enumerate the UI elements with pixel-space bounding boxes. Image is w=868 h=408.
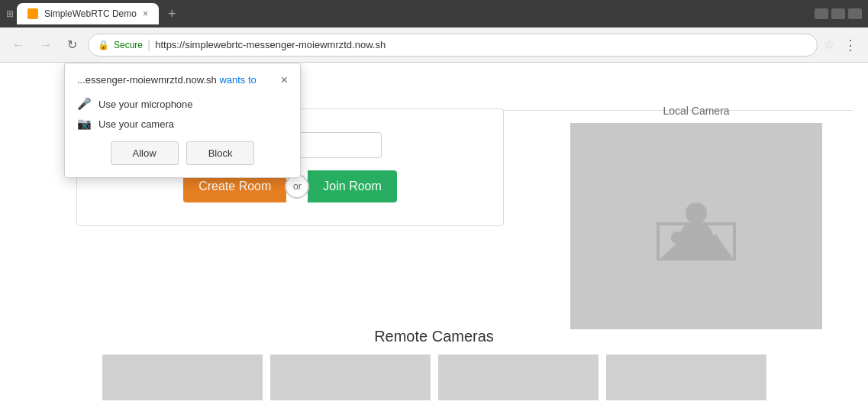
forward-button[interactable]: →: [35, 35, 56, 55]
remote-camera-1: [102, 355, 263, 400]
tab-favicon: [27, 8, 38, 19]
popup-close-button[interactable]: ×: [281, 74, 288, 86]
remote-camera-2: [270, 355, 431, 400]
svg-point-0: [686, 202, 707, 224]
maximize-button[interactable]: [831, 8, 845, 19]
remote-camera-4: [606, 355, 766, 400]
reload-button[interactable]: ↻: [63, 34, 82, 55]
remote-cameras-section: Remote Cameras: [0, 328, 868, 400]
block-button[interactable]: Block: [186, 141, 255, 165]
title-bar: ⊞ SimpleWebRTC Demo × +: [0, 0, 868, 28]
close-window-button[interactable]: [848, 8, 862, 19]
browser-tab[interactable]: SimpleWebRTC Demo ×: [17, 3, 159, 24]
local-camera-panel: Local Camera: [570, 105, 822, 329]
tab-label: SimpleWebRTC Demo: [44, 8, 137, 19]
window-controls: [815, 8, 862, 19]
lock-icon: 🔒: [98, 40, 109, 50]
browser-menu-button[interactable]: ⋮: [841, 37, 860, 53]
popup-buttons: Allow Block: [77, 141, 288, 165]
camera-permission-item: 📷 Use your camera: [77, 117, 288, 131]
address-separator: |: [147, 38, 150, 52]
microphone-permission-item: 🎤 Use your microphone: [77, 97, 288, 111]
microphone-label: Use your microphone: [98, 99, 193, 110]
video-camera-icon: 📷: [77, 117, 91, 131]
page-content: ger Create Room or Join Room Local Camer…: [0, 63, 868, 408]
join-room-button[interactable]: Join Room: [308, 170, 396, 202]
back-button[interactable]: ←: [8, 35, 29, 55]
camera-placeholder-icon: [650, 192, 742, 261]
permission-popup: ...essenger-moiewmrztd.now.sh wants to ×…: [64, 63, 301, 178]
title-bar-left: ⊞ SimpleWebRTC Demo × +: [6, 3, 182, 24]
remote-cameras-title: Remote Cameras: [0, 328, 868, 345]
microphone-icon: 🎤: [77, 97, 91, 111]
popup-wants-to: wants to: [217, 74, 257, 86]
bookmark-button[interactable]: ☆: [824, 37, 834, 52]
browser-frame: ⊞ SimpleWebRTC Demo × + ← → ↻ 🔒 Secure |…: [0, 0, 868, 408]
minimize-button[interactable]: [815, 8, 828, 19]
tab-close-icon[interactable]: ×: [143, 8, 148, 19]
popup-domain: ...essenger-moiewmrztd.now.sh: [77, 74, 217, 86]
local-camera-placeholder: [570, 123, 822, 329]
allow-button[interactable]: Allow: [111, 141, 179, 165]
remote-cameras-row: [0, 355, 868, 400]
popup-header: ...essenger-moiewmrztd.now.sh wants to ×: [77, 74, 288, 86]
browser-content: ger Create Room or Join Room Local Camer…: [0, 63, 868, 408]
secure-label: Secure: [114, 40, 143, 50]
new-tab-icon[interactable]: +: [162, 6, 182, 22]
local-camera-title: Local Camera: [570, 105, 822, 117]
remote-camera-3: [438, 355, 599, 400]
address-bar: ← → ↻ 🔒 Secure | https://simplewebrtc-me…: [0, 28, 868, 63]
address-url[interactable]: https://simplewebrtc-messenger-moiewmrzt…: [155, 39, 386, 50]
camera-label: Use your camera: [98, 118, 174, 130]
address-input-wrap[interactable]: 🔒 Secure | https://simplewebrtc-messenge…: [88, 34, 818, 57]
popup-title: ...essenger-moiewmrztd.now.sh wants to: [77, 74, 257, 86]
tab-switcher-icon[interactable]: ⊞: [6, 8, 14, 19]
